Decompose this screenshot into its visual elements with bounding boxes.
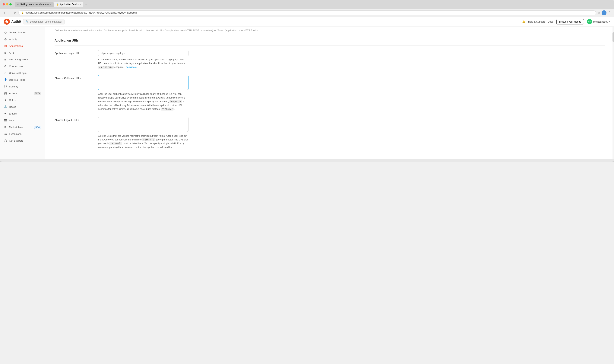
global-search[interactable]: 🔍 xyxy=(23,19,65,25)
scrollbar-thumb[interactable] xyxy=(613,32,614,42)
browser-tab-settings[interactable]: ⚙ Settings - Admin - Metabase ✕ xyxy=(15,2,53,7)
sidebar-item-connections[interactable]: ⟳ Connections xyxy=(0,63,45,70)
tab-label-settings: Settings - Admin - Metabase xyxy=(20,3,49,6)
docs-link[interactable]: Docs xyxy=(548,20,553,23)
auth0-icon xyxy=(4,19,10,25)
forward-button[interactable]: › xyxy=(7,10,11,15)
sidebar-item-sso-integrations[interactable]: ⊡ SSO Integrations xyxy=(0,56,45,63)
address-bar[interactable]: 🔒 manage.auth0.com/dashboard/us/metabase… xyxy=(18,10,596,15)
allowed-logout-urls-textarea[interactable] xyxy=(98,117,188,132)
tab-label-appdetails: Application Details xyxy=(60,3,79,6)
learn-more-link[interactable]: Learn more xyxy=(125,66,137,68)
auth0-logo[interactable]: Auth0 xyxy=(4,19,21,25)
bell-icon[interactable]: 🔔 xyxy=(522,20,525,23)
marketplace-new-badge: NEW xyxy=(34,126,41,129)
authorize-code: /authorize xyxy=(98,66,114,69)
sidebar-item-get-support[interactable]: ◯ Get Support xyxy=(0,137,45,144)
auth0-brand-name: Auth0 xyxy=(11,20,21,24)
tab-favicon-settings: ⚙ xyxy=(17,3,19,6)
marketplace-icon: ⊞ xyxy=(4,125,7,129)
sidebar-label-applications: Applications xyxy=(9,45,41,47)
sidebar-label-universal-login: Universal Login xyxy=(9,72,41,75)
scrollbar-track[interactable] xyxy=(613,27,614,159)
tab-favicon-appdetails: 🔒 xyxy=(56,3,59,6)
get-support-icon: ◯ xyxy=(4,139,7,142)
sidebar-item-actions[interactable]: Actions BETA xyxy=(0,90,45,97)
sidebar-item-logs[interactable]: Logs xyxy=(0,117,45,124)
sidebar-item-universal-login[interactable]: ⊙ Universal Login xyxy=(0,70,45,76)
sidebar-label-users-roles: Users & Roles xyxy=(9,78,41,81)
sidebar-label-activity: Activity xyxy=(9,38,41,41)
svg-rect-2 xyxy=(6,92,7,93)
sidebar-label-get-support: Get Support xyxy=(9,139,41,142)
sso-icon: ⊡ xyxy=(4,58,7,61)
sidebar-item-getting-started[interactable]: ◎ Getting Started xyxy=(0,29,45,36)
sidebar-label-marketplace: Marketplace xyxy=(9,126,32,129)
sidebar-item-marketplace[interactable]: ⊞ Marketplace NEW xyxy=(0,124,45,130)
minimize-window-button[interactable] xyxy=(6,3,8,5)
sidebar-label-rules: Rules xyxy=(9,99,41,102)
activity-icon: ◷ xyxy=(4,38,7,41)
sidebar-label-logs: Logs xyxy=(9,119,41,122)
maximize-window-button[interactable] xyxy=(9,3,12,5)
sidebar-label-emails: Emails xyxy=(9,112,41,115)
browser-profile-icon[interactable]: Y xyxy=(601,10,606,15)
allowed-callback-urls-help: After the user authenticates we will onl… xyxy=(98,92,188,111)
actions-beta-badge: BETA xyxy=(34,92,41,95)
sidebar-item-rules[interactable]: ≡ Rules xyxy=(0,97,45,104)
sidebar-item-extensions[interactable]: ▭ Extensions xyxy=(0,130,45,137)
svg-rect-1 xyxy=(4,92,5,93)
tab-close-appdetails[interactable]: ✕ xyxy=(80,3,81,5)
application-login-uri-input[interactable] xyxy=(98,50,188,56)
sidebar-item-applications[interactable]: ▦ Applications xyxy=(0,42,45,49)
returnto-code-1: returnTo xyxy=(142,138,155,141)
close-window-button[interactable] xyxy=(3,3,5,5)
new-tab-button[interactable]: + xyxy=(84,2,88,7)
ssl-lock-icon: 🔒 xyxy=(21,12,24,14)
sidebar-item-activity[interactable]: ◷ Activity xyxy=(0,36,45,42)
url-text: manage.auth0.com/dashboard/us/metabasede… xyxy=(25,12,137,14)
browser-menu-button[interactable]: ⋮ xyxy=(608,11,611,15)
browser-tabs: ⚙ Settings - Admin - Metabase ✕ 🔒 Applic… xyxy=(15,2,89,7)
sidebar: ◎ Getting Started ◷ Activity ▦ Applicati… xyxy=(0,27,45,159)
sidebar-label-actions: Actions xyxy=(9,92,32,95)
discuss-needs-button[interactable]: Discuss Your Needs xyxy=(556,19,584,25)
svg-rect-6 xyxy=(4,120,7,121)
allowed-callback-urls-label: Allowed Callback URLs xyxy=(54,77,81,79)
fade-content: Defines the requested authentication met… xyxy=(45,27,614,35)
allowed-callback-urls-textarea[interactable] xyxy=(98,75,188,90)
section-title: Application URIs xyxy=(54,39,605,46)
search-input[interactable] xyxy=(30,20,62,23)
rules-icon: ≡ xyxy=(4,98,7,102)
allowed-callback-urls-row: Allowed Callback URLs After the user aut… xyxy=(54,75,605,111)
user-menu[interactable]: EN metabasedev ▾ xyxy=(587,19,610,24)
applications-icon: ▦ xyxy=(4,44,7,48)
sidebar-item-users-roles[interactable]: 👤 Users & Roles xyxy=(0,76,45,83)
refresh-button[interactable]: ↻ xyxy=(12,10,17,15)
security-icon xyxy=(4,85,7,88)
sidebar-label-sso: SSO Integrations xyxy=(9,58,41,61)
sidebar-label-hooks: Hooks xyxy=(9,105,41,108)
user-name: metabasedev xyxy=(593,20,608,23)
extensions-icon: ▭ xyxy=(4,132,7,136)
svg-rect-3 xyxy=(4,93,5,94)
svg-rect-7 xyxy=(4,121,7,121)
traffic-lights[interactable] xyxy=(3,3,12,5)
universal-login-icon: ⊙ xyxy=(4,71,7,75)
application-login-uri-label: Application Login URI xyxy=(54,52,79,54)
allowed-logout-urls-help: A set of URLs that are valid to redirect… xyxy=(98,134,188,149)
sidebar-item-apis[interactable]: ⊞ APIs xyxy=(0,49,45,56)
tab-close-settings[interactable]: ✕ xyxy=(50,3,51,5)
bookmark-button[interactable]: ☆ xyxy=(598,11,600,14)
search-icon: 🔍 xyxy=(26,20,29,23)
browser-tab-application-details[interactable]: 🔒 Application Details ✕ xyxy=(54,2,83,7)
sidebar-item-hooks[interactable]: ⚓ Hooks xyxy=(0,104,45,110)
help-support-link[interactable]: Help & Support xyxy=(528,20,545,23)
sidebar-item-emails[interactable]: ✉ Emails xyxy=(0,110,45,117)
sidebar-label-getting-started: Getting Started xyxy=(9,31,41,34)
connections-icon: ⟳ xyxy=(4,65,7,68)
application-login-uri-help: In some scenarios, Auth0 will need to re… xyxy=(98,58,188,69)
sidebar-item-security[interactable]: Security xyxy=(0,83,45,90)
user-avatar: EN xyxy=(587,19,592,24)
back-button[interactable]: ‹ xyxy=(3,10,6,15)
